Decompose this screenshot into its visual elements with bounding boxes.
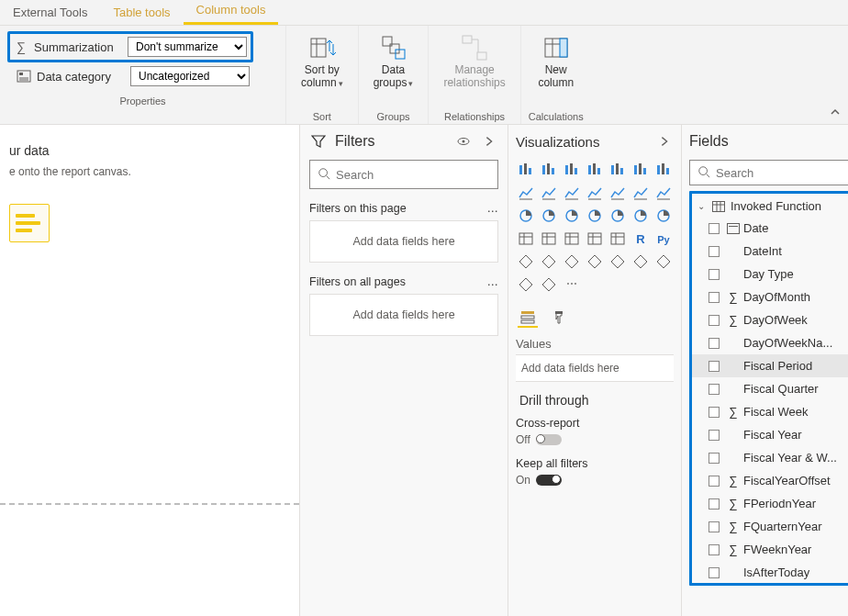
field-row[interactable]: ∑FiscalYearOffset [692, 469, 848, 492]
data-category-select[interactable]: Uncategorized [130, 66, 250, 86]
viz-clustered-column-icon[interactable] [585, 160, 605, 180]
viz-ribbon-icon[interactable] [562, 183, 582, 203]
ribbon-collapse-button[interactable] [830, 106, 841, 120]
viz-matrix-icon[interactable] [608, 229, 628, 249]
filters-page-dropzone[interactable]: Add data fields here [309, 220, 498, 263]
field-row[interactable]: Fiscal Period [692, 354, 848, 377]
field-row[interactable]: DateInt [692, 240, 848, 263]
chevron-right-icon[interactable] [655, 132, 674, 151]
viz-area-icon[interactable] [630, 160, 651, 180]
viz-scatter-icon[interactable] [630, 183, 651, 203]
expand-caret-icon[interactable]: ⌄ [697, 201, 707, 211]
viz-donut-icon[interactable] [516, 206, 536, 226]
viz-stacked-area-icon[interactable] [653, 160, 674, 180]
field-checkbox[interactable] [709, 223, 720, 234]
field-row[interactable]: Fiscal Quarter [692, 377, 848, 400]
data-groups-button[interactable]: Data groups▾ [366, 29, 421, 94]
field-row[interactable]: IsAfterToday [692, 561, 848, 584]
field-row[interactable]: Fiscal Year & W... [692, 446, 848, 469]
filters-search[interactable] [309, 160, 498, 189]
viz-table-icon[interactable] [585, 229, 605, 249]
field-checkbox[interactable] [709, 476, 720, 487]
fields-table-row[interactable]: ⌄ Invoked Function [692, 196, 848, 217]
field-row[interactable]: ∑DayOfWeek [692, 308, 848, 331]
viz-qa-icon[interactable] [562, 252, 582, 272]
viz-waterfall-icon[interactable] [585, 183, 605, 203]
values-dropzone[interactable]: Add data fields here [516, 354, 674, 382]
fields-search-input[interactable] [716, 166, 848, 180]
viz-line-stacked-icon[interactable] [516, 183, 536, 203]
field-row[interactable]: ∑FQuarternYear [692, 515, 848, 538]
keep-filters-toggle[interactable] [536, 475, 562, 486]
manage-relationships-button[interactable]: Manage relationships [436, 29, 512, 94]
viz-python-visual-icon[interactable]: Py [653, 229, 674, 249]
field-row[interactable]: DayOfWeekNa... [692, 331, 848, 354]
viz-decomposition-icon[interactable] [539, 252, 559, 272]
filters-all-dropzone[interactable]: Add data fields here [309, 294, 498, 336]
field-checkbox[interactable] [709, 338, 720, 349]
field-checkbox[interactable] [709, 521, 720, 532]
field-checkbox[interactable] [709, 544, 720, 555]
field-checkbox[interactable] [709, 269, 720, 280]
field-checkbox[interactable] [709, 430, 720, 441]
field-row[interactable]: ∑FPeriodnYear [692, 492, 848, 515]
viz-stacked-column-icon[interactable] [562, 160, 582, 180]
field-checkbox[interactable] [709, 292, 720, 303]
field-row[interactable]: ∑DayOfMonth [692, 286, 848, 308]
more-icon[interactable]: … [487, 275, 499, 288]
field-checkbox[interactable] [709, 407, 720, 418]
viz-paginated-icon[interactable] [608, 252, 628, 272]
cross-report-toggle[interactable] [536, 434, 562, 445]
viz-line-clustered-icon[interactable] [539, 183, 559, 203]
viz-multi-card-icon[interactable] [516, 229, 536, 249]
eye-icon[interactable] [454, 132, 473, 151]
viz-stacked-bar-icon[interactable] [516, 160, 536, 180]
viz-map-icon[interactable] [562, 206, 582, 226]
summarization-select[interactable]: Don't summarize [128, 37, 247, 57]
tab-external-tools[interactable]: External Tools [0, 0, 100, 25]
format-tab-icon[interactable] [551, 308, 571, 328]
report-canvas[interactable]: ur data e onto the report canvas. [0, 125, 299, 616]
viz-funnel-icon[interactable] [608, 183, 628, 203]
svg-rect-24 [547, 163, 550, 174]
viz-r-visual-icon[interactable]: R [630, 229, 651, 249]
viz-kpi-icon[interactable] [539, 229, 559, 249]
field-row[interactable]: ∑FWeeknYear [692, 538, 848, 561]
field-checkbox[interactable] [709, 453, 720, 464]
field-checkbox[interactable] [709, 361, 720, 372]
viz-custom2-icon[interactable] [539, 274, 559, 295]
new-column-button[interactable]: New column [530, 29, 581, 94]
viz-pie-icon[interactable] [653, 183, 674, 203]
field-row[interactable]: Date [692, 217, 848, 240]
viz-clustered-bar-icon[interactable] [539, 160, 559, 180]
viz-gauge-icon[interactable] [630, 206, 651, 226]
viz-custom1-icon[interactable] [516, 274, 536, 295]
field-row[interactable]: ∑Fiscal Week [692, 400, 848, 423]
sort-by-column-button[interactable]: Sort by column▾ [294, 29, 351, 94]
field-row[interactable]: Day Type [692, 263, 848, 286]
viz-filled-map-icon[interactable] [585, 206, 605, 226]
fields-tab-icon[interactable] [518, 308, 538, 328]
field-checkbox[interactable] [709, 246, 720, 257]
field-checkbox[interactable] [709, 567, 720, 578]
viz-arcgis-icon[interactable] [630, 252, 651, 272]
field-row[interactable]: Fiscal Year [692, 423, 848, 446]
viz-card-icon[interactable] [653, 206, 674, 226]
filters-search-input[interactable] [336, 168, 490, 182]
viz-line-icon[interactable] [608, 160, 628, 180]
field-checkbox[interactable] [709, 384, 720, 395]
more-icon[interactable]: … [487, 202, 499, 215]
viz-key-influencers-icon[interactable] [516, 252, 536, 272]
viz-powerapps-icon[interactable] [653, 252, 674, 272]
tab-column-tools[interactable]: Column tools [184, 0, 279, 25]
viz-narrative-icon[interactable] [585, 252, 605, 272]
viz-treemap-icon[interactable] [539, 206, 559, 226]
viz-shape-map-icon[interactable] [608, 206, 628, 226]
chevron-right-icon[interactable] [480, 132, 498, 151]
field-checkbox[interactable] [709, 315, 720, 326]
fields-search[interactable] [689, 160, 848, 185]
viz-slicer-icon[interactable] [562, 229, 582, 249]
viz-more-icon[interactable]: ⋯ [562, 274, 582, 295]
tab-table-tools[interactable]: Table tools [100, 0, 183, 25]
field-checkbox[interactable] [709, 498, 720, 510]
